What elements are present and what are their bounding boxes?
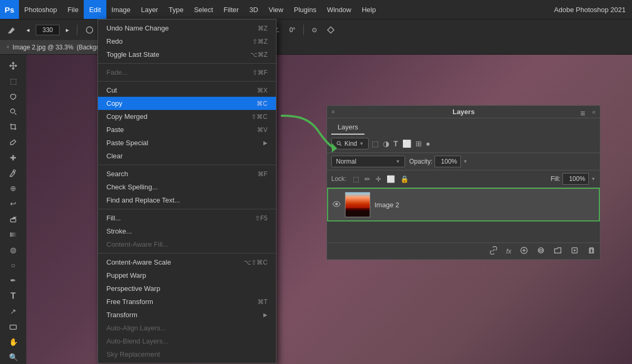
menu-find-replace[interactable]: Find and Replace Text... <box>98 194 276 207</box>
new-layer-icon[interactable] <box>570 246 579 256</box>
layer-row-image2[interactable]: Image 2 <box>327 188 600 221</box>
lock-artboard-icon[interactable]: ⬜ <box>387 175 395 183</box>
eraser-tool[interactable] <box>4 213 23 226</box>
menu-redo[interactable]: Redo ⇧⌘Z <box>98 35 276 48</box>
gradient-tool[interactable] <box>4 228 23 241</box>
opacity-arrow[interactable]: ▼ <box>463 159 468 164</box>
filter-smartobj-icon[interactable]: ⊞ <box>416 139 422 148</box>
layers-panel-collapse-button[interactable]: « <box>592 108 596 116</box>
blend-mode-select[interactable]: Normal ▼ <box>331 156 405 167</box>
selection-tool[interactable]: ⬚ <box>4 74 23 87</box>
menu-copy[interactable]: Copy ⌘C <box>98 97 276 110</box>
brush-tool-icon[interactable] <box>4 24 20 36</box>
menubar-view[interactable]: View <box>263 0 289 19</box>
filter-shape-icon[interactable]: ⬜ <box>402 139 411 148</box>
symmetry-icon[interactable]: ⊙ <box>309 25 320 35</box>
layers-tab-layers[interactable]: Layers <box>331 120 364 135</box>
dodge-tool[interactable]: ○ <box>4 259 23 272</box>
menu-stroke[interactable]: Stroke... <box>98 225 276 238</box>
menubar-filter[interactable]: Filter <box>219 0 244 19</box>
layers-empty-area <box>327 221 600 242</box>
filter-kind-select[interactable]: Kind ▼ <box>331 138 369 149</box>
menubar-image[interactable]: Image <box>106 0 136 19</box>
menu-toggle-state[interactable]: Toggle Last State ⌥⌘Z <box>98 48 276 61</box>
menu-transform[interactable]: Transform ▶ <box>98 308 276 321</box>
shape-tool[interactable] <box>4 320 23 333</box>
new-group-icon[interactable] <box>554 246 562 256</box>
menu-fill-shortcut: ⇧F5 <box>255 215 268 222</box>
fill-label: Fill: <box>550 175 560 183</box>
menu-fill[interactable]: Fill... ⇧F5 <box>98 211 276 225</box>
menu-check-spelling[interactable]: Check Spelling... <box>98 180 276 194</box>
zoom-tool[interactable]: 🔍 <box>4 351 23 364</box>
pen-tool[interactable]: ✒ <box>4 274 23 287</box>
filter-type-icon[interactable]: T <box>393 139 398 148</box>
opacity-input[interactable]: 100% <box>434 156 461 167</box>
quick-select-tool[interactable] <box>4 105 23 118</box>
menu-paste-special[interactable]: Paste Special ▶ <box>98 136 276 149</box>
path-select-tool[interactable]: ↗ <box>4 305 23 318</box>
history-brush-tool[interactable]: ↩ <box>4 197 23 210</box>
menu-perspective-warp[interactable]: Perspective Warp <box>98 282 276 295</box>
menu-copy-merged[interactable]: Copy Merged ⇧⌘C <box>98 110 276 123</box>
toolbar-sep-6 <box>303 25 304 35</box>
menu-clear-label: Clear <box>106 152 123 160</box>
delete-layer-icon[interactable] <box>587 246 596 256</box>
angle-value[interactable]: 0° <box>286 25 298 35</box>
tab-close-icon[interactable]: × <box>6 44 9 50</box>
clone-tool[interactable]: ⊕ <box>4 182 23 195</box>
fill-input[interactable]: 100% <box>562 173 589 185</box>
menu-cut[interactable]: Cut ⌘X <box>98 84 276 97</box>
pressure-icon[interactable] <box>323 25 338 35</box>
lock-image-icon[interactable]: ✏ <box>364 175 370 183</box>
eyedropper-tool[interactable] <box>4 136 23 149</box>
menubar-3d[interactable]: 3D <box>244 0 263 19</box>
brush-size-up[interactable]: ▸ <box>63 25 72 35</box>
hand-tool[interactable]: ✋ <box>4 336 23 349</box>
new-fill-icon[interactable] <box>537 246 545 256</box>
menubar-type[interactable]: Type <box>163 0 189 19</box>
filter-kind-arrow: ▼ <box>359 141 364 146</box>
add-mask-icon[interactable] <box>520 246 528 256</box>
link-layers-icon[interactable] <box>489 246 498 256</box>
menubar-file[interactable]: File <box>62 0 84 19</box>
menubar-edit[interactable]: Edit <box>84 0 106 19</box>
menu-clear[interactable]: Clear <box>98 149 276 163</box>
brush-mode-icon[interactable] <box>82 25 97 35</box>
menu-content-aware-scale[interactable]: Content-Aware Scale ⌥⇧⌘C <box>98 256 276 269</box>
menubar-plugins[interactable]: Plugins <box>289 0 322 19</box>
fill-arrow[interactable]: ▼ <box>591 176 596 181</box>
menu-paste[interactable]: Paste ⌘V <box>98 123 276 136</box>
filter-pixel-icon[interactable]: ⬚ <box>372 139 379 148</box>
menu-content-aware-fill-label: Content-Aware Fill... <box>106 240 169 248</box>
lock-transparent-icon[interactable]: ⬚ <box>353 175 359 183</box>
crop-tool[interactable] <box>4 120 23 134</box>
menu-search[interactable]: Search ⌘F <box>98 167 276 180</box>
filter-adjust-icon[interactable]: ◑ <box>383 139 389 148</box>
fx-icon[interactable]: fx <box>506 247 511 255</box>
layers-panel-menu-icon[interactable]: ≡ <box>580 109 585 118</box>
brush-size-down[interactable]: ◂ <box>23 25 33 35</box>
layer-visibility-icon[interactable] <box>332 200 341 209</box>
menubar-layer[interactable]: Layer <box>136 0 164 19</box>
menu-free-transform[interactable]: Free Transform ⌘T <box>98 295 276 308</box>
layers-panel-close-button[interactable]: × <box>331 108 335 116</box>
healing-tool[interactable]: ✚ <box>4 151 23 164</box>
blur-tool[interactable]: ◍ <box>4 243 23 256</box>
lock-all-icon[interactable]: 🔒 <box>400 175 409 183</box>
menubar-help[interactable]: Help <box>357 0 381 19</box>
brush-size-input[interactable] <box>36 25 60 35</box>
brush-tool[interactable] <box>4 166 23 179</box>
menubar-photoshop[interactable]: Photoshop <box>19 0 62 19</box>
menubar-window[interactable]: Window <box>322 0 357 19</box>
svg-rect-4 <box>10 232 16 237</box>
menubar-select[interactable]: Select <box>189 0 218 19</box>
menu-undo[interactable]: Undo Name Change ⌘Z <box>98 22 276 35</box>
lock-position-icon[interactable]: ✛ <box>376 175 381 183</box>
text-tool[interactable]: T <box>4 289 23 302</box>
menu-puppet-warp[interactable]: Puppet Warp <box>98 269 276 282</box>
filter-dot-icon[interactable]: ● <box>426 139 430 148</box>
menu-toggle-label: Toggle Last State <box>106 50 159 58</box>
move-tool[interactable] <box>4 59 23 72</box>
lasso-tool[interactable] <box>4 89 23 103</box>
